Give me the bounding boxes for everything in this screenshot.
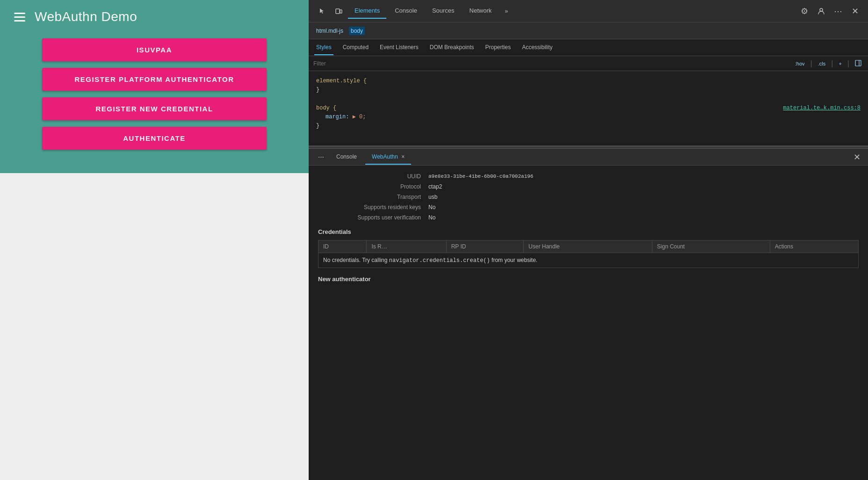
subtab-dom-breakpoints[interactable]: DOM Breakpoints	[428, 40, 476, 55]
css-rule-1-close: }	[316, 86, 861, 95]
bottom-tab-webauthn[interactable]: WebAuthn ×	[365, 150, 411, 165]
no-credentials-cell: No credentials. Try calling navigator.cr…	[318, 253, 859, 268]
app-body	[0, 173, 309, 480]
subtab-event-listeners[interactable]: Event Listeners	[378, 40, 420, 55]
col-rp-id: RP ID	[446, 240, 523, 253]
tab-console[interactable]: Console	[388, 3, 424, 19]
css-rule-1: element.style {	[316, 77, 861, 86]
bottom-tab-dots[interactable]: ⋯	[314, 150, 328, 164]
buttons-container: ISUVPAAREGISTER PLATFORM AUTHENTICATORRE…	[14, 38, 295, 150]
app-title: WebAuthn Demo	[35, 9, 137, 24]
credentials-header-row: ID Is R… RP ID User Handle Sign Count Ac…	[318, 240, 859, 253]
credentials-title: Credentials	[318, 228, 859, 235]
register-credential-btn[interactable]: REGISTER NEW CREDENTIAL	[42, 97, 267, 120]
transport-label: Transport	[318, 194, 421, 200]
hov-button[interactable]: :hov	[793, 60, 807, 67]
cursor-icon[interactable]	[314, 4, 329, 19]
isuvpaa-btn[interactable]: ISUVPAA	[42, 38, 267, 61]
hamburger-icon[interactable]	[14, 13, 25, 22]
register-platform-btn[interactable]: REGISTER PLATFORM AUTHENTICATOR	[42, 68, 267, 91]
toggle-sidebar-button[interactable]	[853, 59, 863, 68]
styles-filter-bar: :hov | .cls | + |	[309, 56, 868, 71]
svg-rect-3	[855, 60, 861, 66]
protocol-row: Protocol ctap2	[318, 183, 859, 190]
app-panel: WebAuthn Demo ISUVPAAREGISTER PLATFORM A…	[0, 0, 309, 480]
col-user-handle: User Handle	[524, 240, 652, 253]
subtab-accessibility[interactable]: Accessibility	[520, 40, 554, 55]
css-rule-2-close: }	[316, 122, 861, 131]
webauthn-content: UUID a9e8e33-31be-41be-6b00-c0a7002a196 …	[309, 166, 868, 480]
transport-row: Transport usb	[318, 194, 859, 200]
authenticate-btn[interactable]: AUTHENTICATE	[42, 127, 267, 150]
webauthn-tab-close[interactable]: ×	[401, 153, 405, 160]
col-sign-count: Sign Count	[652, 240, 770, 253]
svg-point-2	[820, 8, 823, 11]
filter-input[interactable]	[313, 60, 789, 67]
protocol-value: ctap2	[428, 183, 442, 190]
resident-keys-value: No	[428, 204, 435, 211]
credentials-table: ID Is R… RP ID User Handle Sign Count Ac…	[318, 240, 859, 268]
tab-sources[interactable]: Sources	[426, 3, 461, 19]
no-credentials-row: No credentials. Try calling navigator.cr…	[318, 253, 859, 268]
webauthn-panel: ⋯ Console WebAuthn × ✕ UUID a9e8e33-31be…	[309, 149, 868, 480]
add-style-button[interactable]: +	[837, 60, 843, 67]
settings-icon[interactable]: ⚙	[797, 4, 812, 19]
css-source-link[interactable]: material.te…k.min.css:8	[783, 104, 861, 113]
tab-network[interactable]: Network	[463, 3, 499, 19]
subtab-computed[interactable]: Computed	[341, 40, 370, 55]
col-actions: Actions	[770, 240, 858, 253]
tab-elements[interactable]: Elements	[348, 3, 386, 19]
styles-subtabs: Styles Computed Event Listeners DOM Brea…	[309, 39, 868, 56]
bottom-tab-console[interactable]: Console	[330, 150, 363, 165]
css-rule-2: body { material.te…k.min.css:8	[316, 104, 861, 113]
protocol-label: Protocol	[318, 183, 421, 190]
css-code-area: element.style { } body { material.te…k.m…	[309, 71, 868, 146]
resident-keys-label: Supports resident keys	[318, 204, 421, 211]
svg-rect-1	[340, 10, 342, 13]
new-authenticator-title: New authenticator	[318, 276, 859, 283]
user-verification-value: No	[428, 214, 435, 221]
uuid-row: UUID a9e8e33-31be-41be-6b00-c0a7002a196	[318, 173, 859, 180]
app-header: WebAuthn Demo ISUVPAAREGISTER PLATFORM A…	[0, 0, 309, 173]
uuid-value: a9e8e33-31be-41be-6b00-c0a7002a196	[428, 174, 533, 179]
credentials-section: Credentials ID Is R… RP ID User Handle S…	[318, 228, 859, 268]
device-icon[interactable]	[331, 4, 346, 19]
subtab-properties[interactable]: Properties	[483, 40, 513, 55]
user-icon[interactable]	[814, 4, 829, 19]
cls-button[interactable]: .cls	[816, 60, 828, 67]
more-options-icon[interactable]: ⋯	[831, 4, 846, 19]
col-id: ID	[318, 240, 367, 253]
tab-more[interactable]: »	[500, 4, 513, 18]
breadcrumb-html[interactable]: html.mdl-js	[314, 27, 345, 35]
breadcrumb-body[interactable]: body	[349, 27, 365, 35]
header-top: WebAuthn Demo	[14, 9, 295, 24]
col-is-r: Is R…	[367, 240, 446, 253]
user-verification-label: Supports user verification	[318, 214, 421, 221]
svg-rect-0	[336, 9, 340, 14]
user-verification-row: Supports user verification No	[318, 214, 859, 221]
new-authenticator-section: New authenticator	[318, 276, 859, 283]
transport-value: usb	[428, 194, 437, 200]
css-property-margin: margin: ▶ 0;	[316, 113, 861, 122]
uuid-label: UUID	[318, 173, 421, 180]
webauthn-tabbar: ⋯ Console WebAuthn × ✕	[309, 149, 868, 166]
close-bottom-panel-button[interactable]: ✕	[852, 152, 862, 162]
resident-keys-row: Supports resident keys No	[318, 204, 859, 211]
devtools-panel: Elements Console Sources Network » ⚙ ⋯ ✕…	[309, 0, 868, 480]
close-devtools-button[interactable]: ✕	[847, 4, 862, 19]
devtools-topbar: Elements Console Sources Network » ⚙ ⋯ ✕	[309, 0, 868, 22]
subtab-styles[interactable]: Styles	[314, 40, 333, 55]
elements-breadcrumb: html.mdl-js body	[309, 22, 868, 39]
